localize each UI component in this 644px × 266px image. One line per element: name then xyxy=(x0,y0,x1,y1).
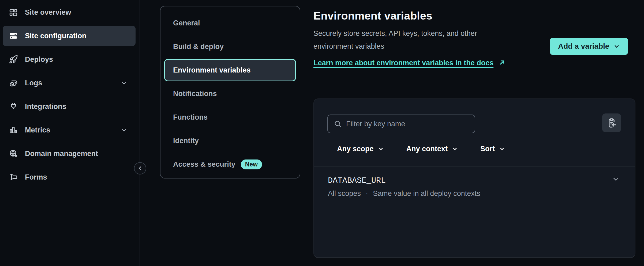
config-nav-notifications[interactable]: Notifications xyxy=(164,82,296,105)
filter-key-input[interactable] xyxy=(346,120,475,128)
sidebar-item-site-configuration[interactable]: Site configuration xyxy=(3,26,136,46)
chevron-down-icon[interactable] xyxy=(121,127,128,134)
sidebar-item-label: Metrics xyxy=(25,126,50,134)
docs-link[interactable]: Learn more about environment variables i… xyxy=(313,56,517,69)
sidebar-divider xyxy=(140,0,140,266)
form-input-icon xyxy=(9,173,18,182)
filter-label: Sort xyxy=(480,145,495,153)
config-nav-label: General xyxy=(173,19,200,27)
docs-link-text[interactable]: Learn more about environment variables i… xyxy=(313,59,493,67)
site-configuration-nav: General Build & deploy Environment varia… xyxy=(160,6,300,178)
config-nav-label: Identity xyxy=(173,137,199,145)
page-description: Securely store secrets, API keys, tokens… xyxy=(313,27,517,53)
import-env-button[interactable] xyxy=(602,113,621,132)
sidebar-item-forms[interactable]: Forms xyxy=(3,167,136,187)
config-nav-label: Notifications xyxy=(173,90,217,98)
sidebar-item-label: Domain management xyxy=(25,150,98,158)
filter-any-scope[interactable]: Any scope xyxy=(337,145,384,153)
config-nav-label: Functions xyxy=(173,113,208,121)
rocket-icon xyxy=(9,55,18,64)
sidebar-item-deploys[interactable]: Deploys xyxy=(3,49,136,70)
new-badge: New xyxy=(241,159,262,169)
site-sidebar: Site overview Site configuration Deploys xyxy=(0,0,140,266)
config-nav-functions[interactable]: Functions xyxy=(164,106,296,128)
filter-label: Any scope xyxy=(337,145,374,153)
import-env-clipboard-icon xyxy=(606,117,617,128)
globe-icon xyxy=(9,149,18,158)
add-variable-label: Add a variable xyxy=(558,42,609,51)
meta-separator: · xyxy=(366,189,368,198)
chevron-left-icon xyxy=(137,165,143,171)
variable-row-expand-button[interactable] xyxy=(612,175,620,183)
config-nav-access-security[interactable]: Access & security New xyxy=(164,153,296,176)
logs-clock-icon xyxy=(9,78,18,88)
variable-meta: All scopes · Same value in all deploy co… xyxy=(328,189,621,198)
sidebar-item-label: Forms xyxy=(25,173,47,181)
filter-sort[interactable]: Sort xyxy=(480,145,505,153)
sidebar-item-label: Integrations xyxy=(25,102,66,111)
variable-scope: All scopes xyxy=(328,189,361,198)
sidebar-item-label: Site overview xyxy=(25,8,71,17)
chevron-down-icon[interactable] xyxy=(121,79,128,86)
sidebar-item-site-overview[interactable]: Site overview xyxy=(3,2,136,22)
config-nav-label: Access & security xyxy=(173,160,235,169)
sidebar-item-metrics[interactable]: Metrics xyxy=(3,120,136,140)
external-link-arrow-icon xyxy=(499,59,506,66)
sidebar-item-integrations[interactable]: Integrations xyxy=(3,96,136,117)
variable-row[interactable]: DATABASE_URL All scopes · Same value in … xyxy=(314,167,635,198)
filter-label: Any context xyxy=(406,145,448,153)
variable-key: DATABASE_URL xyxy=(328,176,621,185)
filter-row: Any scope Any context Sort xyxy=(337,143,505,155)
bar-chart-icon xyxy=(9,126,18,135)
environment-variables-header: Environment variables Securely store sec… xyxy=(313,0,517,69)
variable-context: Same value in all deploy contexts xyxy=(373,189,480,198)
config-nav-identity[interactable]: Identity xyxy=(164,130,296,152)
config-nav-environment-variables[interactable]: Environment variables xyxy=(164,59,296,81)
sidebar-item-label: Site configuration xyxy=(25,32,87,40)
chevron-down-icon xyxy=(452,146,458,152)
config-nav-label: Environment variables xyxy=(173,66,251,74)
add-variable-button[interactable]: Add a variable xyxy=(550,38,628,55)
dashboard-icon xyxy=(9,8,18,17)
sidebar-item-label: Deploys xyxy=(25,55,53,64)
plug-icon xyxy=(9,102,18,111)
sidebar-collapse-button[interactable] xyxy=(134,162,146,174)
config-nav-general[interactable]: General xyxy=(164,12,296,34)
chevron-down-icon xyxy=(612,175,620,183)
filter-search-box[interactable] xyxy=(327,115,475,133)
chevron-down-icon xyxy=(613,43,620,50)
filter-any-context[interactable]: Any context xyxy=(406,145,458,153)
sidebar-item-domain-management[interactable]: Domain management xyxy=(3,143,136,164)
server-icon xyxy=(9,31,18,40)
config-nav-build-deploy[interactable]: Build & deploy xyxy=(164,35,296,58)
sidebar-item-logs[interactable]: Logs xyxy=(3,73,136,93)
config-nav-label: Build & deploy xyxy=(173,43,224,51)
sidebar-item-label: Logs xyxy=(25,79,42,87)
chevron-down-icon xyxy=(499,146,505,152)
search-icon xyxy=(334,120,342,128)
page-title: Environment variables xyxy=(313,10,517,22)
environment-variables-panel: Any scope Any context Sort DATABASE_URL … xyxy=(313,98,635,258)
chevron-down-icon xyxy=(378,146,384,152)
